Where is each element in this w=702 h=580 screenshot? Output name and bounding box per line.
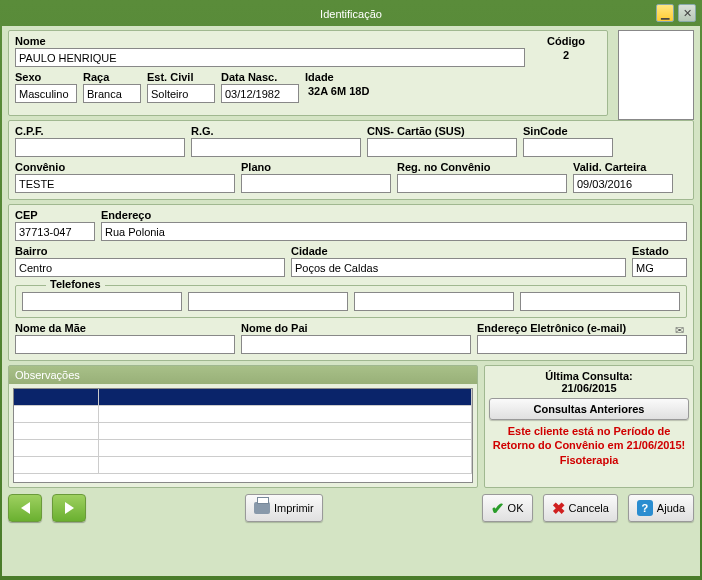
estado-input[interactable] (632, 258, 687, 277)
codigo-value: 2 (560, 48, 572, 67)
grid-row[interactable] (14, 389, 472, 406)
tel4-input[interactable] (520, 292, 680, 311)
label-convenio: Convênio (15, 161, 235, 173)
check-icon: ✔ (491, 499, 504, 518)
x-icon: ✖ (552, 499, 565, 518)
photo-box[interactable] (618, 30, 694, 120)
next-button[interactable] (52, 494, 86, 522)
label-estado: Estado (632, 245, 687, 257)
chevron-right-icon (65, 502, 74, 514)
label-observacoes: Observações (9, 366, 477, 384)
raca-input[interactable] (83, 84, 141, 103)
bairro-input[interactable] (15, 258, 285, 277)
help-icon: ? (637, 500, 653, 516)
valid-carteira-input[interactable] (573, 174, 673, 193)
minimize-button[interactable]: ▁ (656, 4, 674, 22)
cancela-button[interactable]: ✖Cancela (543, 494, 618, 522)
tel1-input[interactable] (22, 292, 182, 311)
consultas-anteriores-button[interactable]: Consultas Anteriores (489, 398, 689, 420)
label-sexo: Sexo (15, 71, 77, 83)
tel3-input[interactable] (354, 292, 514, 311)
label-raca: Raça (83, 71, 141, 83)
label-est-civil: Est. Civil (147, 71, 215, 83)
label-nome: Nome (15, 35, 525, 47)
label-reg-convenio: Reg. no Convênio (397, 161, 567, 173)
label-cpf: C.P.F. (15, 125, 185, 137)
label-cidade: Cidade (291, 245, 626, 257)
rg-input[interactable] (191, 138, 361, 157)
sincode-input[interactable] (523, 138, 613, 157)
observacoes-grid[interactable] (13, 388, 473, 483)
email-input[interactable] (477, 335, 687, 354)
label-cns: CNS- Cartão (SUS) (367, 125, 517, 137)
imprimir-button[interactable]: Imprimir (245, 494, 323, 522)
label-cep: CEP (15, 209, 95, 221)
ajuda-button[interactable]: ?Ajuda (628, 494, 694, 522)
idade-value: 32A 6M 18D (305, 84, 405, 103)
label-rg: R.G. (191, 125, 361, 137)
label-bairro: Bairro (15, 245, 285, 257)
window-title: Identificação (320, 8, 382, 20)
label-telefones: Telefones (46, 278, 105, 290)
convenio-input[interactable] (15, 174, 235, 193)
grid-row[interactable] (14, 440, 472, 457)
cidade-input[interactable] (291, 258, 626, 277)
cep-input[interactable] (15, 222, 95, 241)
label-valid-carteira: Valid. Carteira (573, 161, 673, 173)
close-button[interactable]: ✕ (678, 4, 696, 22)
label-idade: Idade (305, 71, 405, 83)
grid-row[interactable] (14, 423, 472, 440)
tel2-input[interactable] (188, 292, 348, 311)
est-civil-input[interactable] (147, 84, 215, 103)
label-sincode: SinCode (523, 125, 613, 137)
cns-input[interactable] (367, 138, 517, 157)
reg-convenio-input[interactable] (397, 174, 567, 193)
ultima-consulta-date: 21/06/2015 (489, 382, 689, 394)
cpf-input[interactable] (15, 138, 185, 157)
titlebar: Identificação ▁ ✕ (2, 2, 700, 26)
prev-button[interactable] (8, 494, 42, 522)
grid-row[interactable] (14, 406, 472, 423)
label-data-nasc: Data Nasc. (221, 71, 299, 83)
return-warning: Este cliente está no Período de Retorno … (489, 424, 689, 467)
endereco-input[interactable] (101, 222, 687, 241)
label-codigo: Código (547, 35, 585, 47)
grid-row[interactable] (14, 457, 472, 474)
label-nome-pai: Nome do Pai (241, 322, 471, 334)
sexo-input[interactable] (15, 84, 77, 103)
chevron-left-icon (21, 502, 30, 514)
data-nasc-input[interactable] (221, 84, 299, 103)
nome-input[interactable] (15, 48, 525, 67)
printer-icon (254, 502, 270, 514)
nome-pai-input[interactable] (241, 335, 471, 354)
label-ultima-consulta: Última Consulta: (489, 370, 689, 382)
ok-button[interactable]: ✔OK (482, 494, 533, 522)
label-email: Endereço Eletrônico (e-mail) (477, 322, 687, 334)
label-endereco: Endereço (101, 209, 687, 221)
nome-mae-input[interactable] (15, 335, 235, 354)
label-plano: Plano (241, 161, 391, 173)
plano-input[interactable] (241, 174, 391, 193)
label-nome-mae: Nome da Mãe (15, 322, 235, 334)
